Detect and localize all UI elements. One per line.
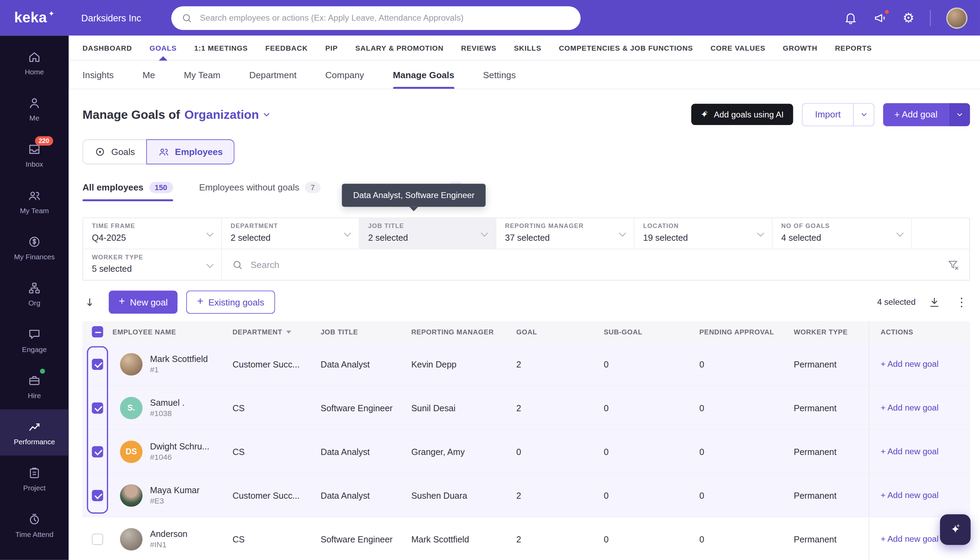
employee-cell[interactable]: Anderson#IN1 — [113, 528, 233, 550]
row-checkbox[interactable] — [92, 446, 103, 457]
sidebar-item-home[interactable]: Home — [0, 39, 69, 85]
sidebar-item-inbox[interactable]: Inbox 220 — [0, 132, 69, 178]
add-new-goal-link[interactable]: + Add new goal — [880, 403, 938, 412]
global-search[interactable] — [171, 6, 580, 30]
employee-cell[interactable]: S. Samuel .#1038 — [113, 397, 233, 419]
tab-core-values[interactable]: CORE VALUES — [711, 35, 765, 60]
filter-location[interactable]: LOCATION 19 selected — [635, 218, 773, 249]
sidebar-item-engage[interactable]: Engage — [0, 317, 69, 363]
tab-1-1-meetings[interactable]: 1:1 MEETINGS — [194, 35, 248, 60]
filter-worker-type[interactable]: WORKER TYPE 5 selected — [83, 249, 222, 280]
settings-gear-icon[interactable]: ⚙ — [902, 12, 914, 25]
announcements-icon[interactable] — [873, 11, 887, 25]
sidebar-label: Org — [28, 299, 40, 307]
ai-assistant-fab[interactable]: ✦+ — [940, 514, 971, 545]
notifications-bell-icon[interactable] — [844, 11, 858, 25]
import-button[interactable]: Import — [802, 103, 854, 126]
filter-label: DEPARTMENT — [231, 222, 350, 229]
department-value: Customer Succ... — [233, 359, 321, 369]
sidebar-item-time-attend[interactable]: Time Attend — [0, 502, 69, 548]
filter-time-frame[interactable]: TIME FRAME Q4-2025 — [83, 218, 222, 249]
sort-icon[interactable] — [83, 296, 100, 308]
employee-cell[interactable]: Mark Scottfield#1 — [113, 353, 233, 375]
row-checkbox[interactable] — [92, 358, 103, 370]
pending-approval-count: 0 — [699, 403, 793, 413]
employee-id: #1038 — [150, 409, 184, 418]
import-dropdown-button[interactable] — [853, 103, 875, 126]
existing-goals-button[interactable]: + Existing goals — [187, 291, 275, 314]
tab-all-employees[interactable]: All employees 150 — [83, 182, 173, 201]
add-new-goal-link[interactable]: + Add new goal — [880, 534, 938, 543]
logo-star-icon: ✦ — [48, 9, 55, 18]
user-avatar[interactable] — [946, 7, 968, 28]
new-goal-button[interactable]: + New goal — [109, 291, 178, 314]
subtab-me[interactable]: Me — [143, 61, 155, 89]
more-options-kebab-icon[interactable]: ⋮ — [953, 296, 970, 308]
row-checkbox[interactable] — [92, 402, 103, 413]
chevron-down-icon — [955, 110, 963, 118]
sidebar-item-org[interactable]: Org — [0, 271, 69, 317]
toggle-employees-button[interactable]: Employees — [146, 140, 235, 165]
filter-search-input[interactable] — [249, 259, 941, 270]
sidebar-item-project[interactable]: Project — [0, 456, 69, 502]
selected-count: 4 selected — [877, 298, 916, 307]
scope-selector[interactable]: Organization — [184, 107, 272, 122]
employee-cell[interactable]: DS Dwight Schru...#1046 — [113, 440, 233, 463]
global-search-input[interactable] — [199, 12, 571, 23]
add-new-goal-link[interactable]: + Add new goal — [880, 490, 938, 500]
sort-down-icon[interactable] — [286, 330, 291, 333]
pending-approval-count: 0 — [699, 490, 793, 500]
employee-cell[interactable]: Maya Kumar#E3 — [113, 484, 233, 506]
add-goals-using-ai-button[interactable]: ✦✧ Add goals using AI — [691, 104, 793, 125]
tab-feedback[interactable]: FEEDBACK — [265, 35, 308, 60]
select-all-checkbox[interactable] — [92, 326, 103, 338]
sidebar-item-hire[interactable]: Hire — [0, 363, 69, 409]
subtab-my-team[interactable]: My Team — [184, 61, 220, 89]
row-checkbox[interactable] — [92, 533, 103, 545]
filter-job-title[interactable]: JOB TITLE 2 selected — [359, 218, 496, 249]
row-checkbox[interactable] — [92, 490, 103, 501]
tab-reports[interactable]: REPORTS — [835, 35, 872, 60]
add-goal-dropdown-button[interactable] — [948, 103, 970, 126]
col-reporting-manager: REPORTING MANAGER — [411, 328, 517, 336]
tab-dashboard[interactable]: DASHBOARD — [83, 35, 132, 60]
add-new-goal-link[interactable]: + Add new goal — [880, 447, 938, 456]
tab-reviews[interactable]: REVIEWS — [461, 35, 497, 60]
sub-goal-count: 0 — [604, 403, 700, 413]
tab-salary-promotion[interactable]: SALARY & PROMOTION — [355, 35, 443, 60]
subtab-department[interactable]: Department — [249, 61, 296, 89]
tab-skills[interactable]: SKILLS — [514, 35, 542, 60]
employee-tabs: All employees 150 Employees without goal… — [83, 182, 970, 201]
tab-employees-without-goals[interactable]: Employees without goals 7 — [199, 182, 320, 201]
subtab-insights[interactable]: Insights — [83, 61, 114, 89]
tab-goals[interactable]: GOALS — [150, 35, 177, 60]
add-new-goal-link[interactable]: + Add new goal — [880, 359, 938, 368]
add-goal-button[interactable]: + Add goal — [883, 103, 948, 126]
subtab-manage-goals[interactable]: Manage Goals — [393, 61, 454, 89]
filter-department[interactable]: DEPARTMENT 2 selected — [222, 218, 359, 249]
employee-name: Maya Kumar — [150, 485, 200, 495]
sidebar-item-performance[interactable]: Performance — [0, 409, 69, 455]
sidebar-item-my-finances[interactable]: My Finances — [0, 224, 69, 270]
performance-trend-icon — [28, 420, 41, 433]
filter-no-of-goals[interactable]: NO OF GOALS 4 selected — [773, 218, 912, 249]
sidebar-item-me[interactable]: Me — [0, 86, 69, 132]
keka-logo[interactable]: keka ✦ — [0, 9, 69, 26]
ai-sparkles-icon: ✦+ — [951, 523, 960, 535]
toggle-goals-button[interactable]: Goals — [83, 140, 147, 165]
table-row: Maya Kumar#E3 Customer Succ... Data Anal… — [83, 473, 970, 517]
subtab-company[interactable]: Company — [325, 61, 364, 89]
tab-growth[interactable]: GROWTH — [783, 35, 818, 60]
download-icon[interactable] — [928, 296, 940, 308]
tab-pip[interactable]: PIP — [325, 35, 338, 60]
job-title-value: Data Analyst — [321, 359, 411, 369]
avatar: S. — [120, 397, 142, 419]
tab-competencies[interactable]: COMPETENCIES & JOB FUNCTIONS — [559, 35, 693, 60]
title-row: Manage Goals of Organization ✦✧ Add goal… — [83, 102, 970, 127]
clear-filters-icon[interactable] — [947, 258, 959, 271]
sidebar-item-my-team[interactable]: My Team — [0, 178, 69, 224]
table-row: Anderson#IN1 CS Software Engineer Mark S… — [83, 517, 970, 560]
subtab-settings[interactable]: Settings — [483, 61, 516, 89]
filter-reporting-manager[interactable]: REPORTING MANAGER 37 selected — [497, 218, 635, 249]
col-pending-approval: PENDING APPROVAL — [699, 328, 793, 336]
